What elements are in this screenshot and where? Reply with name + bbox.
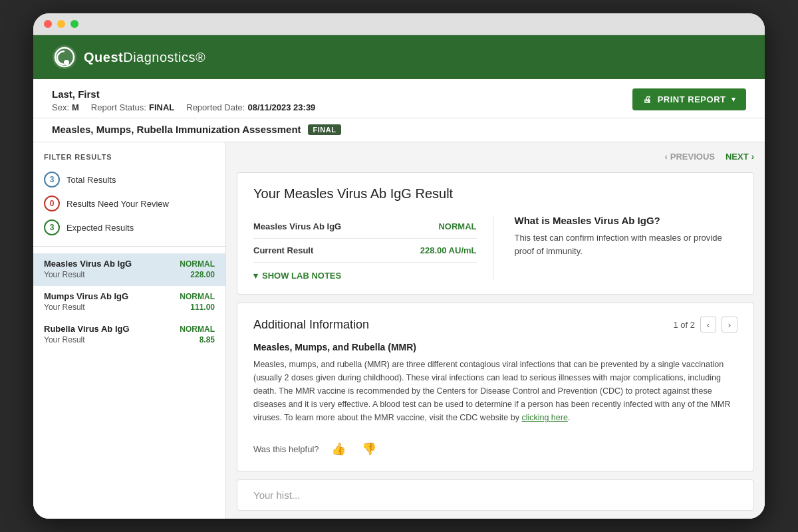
helpful-label: Was this helpful? (253, 444, 319, 454)
test-status-value: NORMAL (438, 221, 476, 231)
measles-result-label: Your Result (44, 270, 85, 279)
expected-results-label: Expected Results (66, 223, 134, 233)
chevron-right-icon: › (751, 152, 754, 162)
helpful-row: Was this helpful? 👍 👎 (253, 434, 737, 458)
quest-logo-icon (52, 45, 77, 70)
print-btn-label: PRINT REPORT (658, 94, 726, 104)
result-card: Your Measles Virus Ab IgG Result Measles… (237, 172, 754, 295)
filter-results-label: FILTER RESULTS (33, 153, 225, 168)
print-report-button[interactable]: 🖨 PRINT REPORT ▾ (632, 88, 746, 110)
thumbs-down-button[interactable]: 👎 (358, 440, 380, 458)
test-name-row: Measles Virus Ab IgG NORMAL (253, 215, 477, 239)
dot-yellow (57, 20, 65, 28)
info-text: This test can confirm infection with mea… (515, 231, 738, 257)
info-card-header: Additional Information 1 of 2 ‹ › (253, 317, 737, 332)
test-name-label: Measles Virus Ab IgG (253, 221, 341, 231)
measles-name: Measles Virus Ab IgG (44, 259, 132, 269)
total-results-badge: 3 (44, 172, 60, 188)
show-lab-notes-button[interactable]: ▾ SHOW LAB NOTES (253, 263, 341, 281)
final-badge: FINAL (308, 124, 342, 135)
svg-point-2 (64, 60, 69, 65)
mumps-status: NORMAL (180, 292, 215, 301)
next-label: NEXT (726, 152, 749, 162)
rubella-result-value: 8.85 (200, 335, 215, 344)
expected-results-badge: 3 (44, 219, 60, 235)
date-label: Reported Date: (186, 102, 245, 112)
measles-status: NORMAL (180, 259, 215, 269)
cdc-link[interactable]: clicking here (521, 413, 567, 422)
dot-red (44, 20, 52, 28)
measles-value-row: Your Result 228.00 (44, 270, 215, 279)
mumps-row: Mumps Virus Ab IgG NORMAL (44, 291, 215, 301)
page-prev-button[interactable]: ‹ (700, 317, 716, 332)
result-item-mumps[interactable]: Mumps Virus Ab IgG NORMAL Your Result 11… (33, 286, 225, 319)
mumps-value-row: Your Result 111.00 (44, 303, 215, 312)
card-right: What is Measles Virus Ab IgG? This test … (509, 215, 738, 281)
rubella-result-label: Your Result (44, 335, 85, 344)
info-title: What is Measles Virus Ab IgG? (515, 215, 738, 226)
logo-text: QuestDiagnostics® (84, 50, 205, 65)
rubella-name: Rubella Virus Ab IgG (44, 324, 130, 334)
sidebar-divider (33, 246, 225, 247)
sidebar: FILTER RESULTS 3 Total Results 0 Results… (33, 142, 226, 519)
pagination-text: 1 of 2 (673, 320, 695, 330)
previous-button[interactable]: ‹ PREVIOUS (664, 152, 715, 162)
status-info: Report Status: FINAL (91, 102, 174, 112)
dot-green-browser (70, 20, 78, 28)
svg-point-0 (53, 45, 76, 69)
nav-row: ‹ PREVIOUS NEXT › (237, 150, 754, 164)
chevron-down-icon: ▾ (732, 95, 736, 104)
chevron-down-small-icon: ▾ (253, 271, 258, 281)
app-header: QuestDiagnostics® (33, 35, 765, 79)
status-value: FINAL (149, 102, 174, 112)
result-card-title: Your Measles Virus Ab IgG Result (253, 186, 737, 201)
show-notes-label: SHOW LAB NOTES (262, 271, 341, 281)
review-results-filter[interactable]: 0 Results Need Your Review (33, 192, 225, 215)
patient-info: Last, First Sex: M Report Status: FINAL … (52, 88, 315, 112)
result-item-rubella[interactable]: Rubella Virus Ab IgG NORMAL Your Result … (33, 319, 225, 351)
rubella-value-row: Your Result 8.85 (44, 335, 215, 344)
measles-row: Measles Virus Ab IgG NORMAL (44, 259, 215, 269)
pagination-controls: 1 of 2 ‹ › (673, 317, 737, 332)
card-left: Measles Virus Ab IgG NORMAL Current Resu… (253, 215, 477, 281)
content-area: ‹ PREVIOUS NEXT › Your Measles Virus Ab … (226, 142, 765, 519)
review-results-badge: 0 (44, 196, 60, 211)
rubella-status: NORMAL (180, 325, 215, 334)
sex-value: M (72, 102, 79, 112)
mmr-body-text: Measles, mumps, and rubella (MMR) are th… (253, 360, 731, 422)
date-value: 08/11/2023 23:39 (247, 102, 315, 112)
next-button[interactable]: NEXT › (726, 152, 754, 162)
result-card-content: Measles Virus Ab IgG NORMAL Current Resu… (253, 215, 737, 281)
patient-bar: Last, First Sex: M Report Status: FINAL … (33, 79, 765, 118)
current-result-row: Current Result 228.00 AU/mL (253, 239, 477, 263)
thumbs-up-button[interactable]: 👍 (327, 440, 350, 458)
total-results-filter[interactable]: 3 Total Results (33, 168, 225, 192)
assessment-bar: Measles, Mumps, Rubella Immunization Ass… (33, 118, 765, 142)
main-layout: FILTER RESULTS 3 Total Results 0 Results… (33, 142, 765, 519)
logo-area: QuestDiagnostics® (52, 45, 205, 70)
rubella-row: Rubella Virus Ab IgG NORMAL (44, 324, 215, 334)
chevron-left-icon: ‹ (664, 152, 667, 162)
assessment-title: Measles, Mumps, Rubella Immunization Ass… (52, 124, 301, 135)
expected-results-filter[interactable]: 3 Expected Results (33, 215, 225, 239)
card-vertical-divider (493, 215, 493, 281)
status-label: Report Status: (91, 102, 146, 112)
page-next-button[interactable]: › (722, 317, 737, 332)
mmr-title: Measles, Mumps, and Rubella (MMR) (253, 342, 737, 352)
patient-meta: Sex: M Report Status: FINAL Reported Dat… (52, 102, 315, 112)
mumps-name: Mumps Virus Ab IgG (44, 291, 128, 301)
previous-label: PREVIOUS (670, 152, 715, 162)
sex-label: Sex: (52, 102, 69, 112)
mmr-body-end: . (568, 413, 570, 422)
next-preview-title: Your hist... (253, 489, 300, 501)
result-item-measles[interactable]: Measles Virus Ab IgG NORMAL Your Result … (33, 253, 225, 286)
measles-result-value: 228.00 (190, 270, 215, 279)
patient-name: Last, First (52, 88, 315, 100)
device-frame: QuestDiagnostics® Last, First Sex: M Rep… (33, 13, 765, 519)
mmr-body: Measles, mumps, and rubella (MMR) are th… (253, 358, 737, 424)
total-results-label: Total Results (66, 175, 116, 185)
app-container: QuestDiagnostics® Last, First Sex: M Rep… (33, 35, 765, 519)
mumps-result-label: Your Result (44, 303, 85, 312)
printer-icon: 🖨 (643, 94, 652, 104)
additional-info-title: Additional Information (253, 318, 369, 332)
